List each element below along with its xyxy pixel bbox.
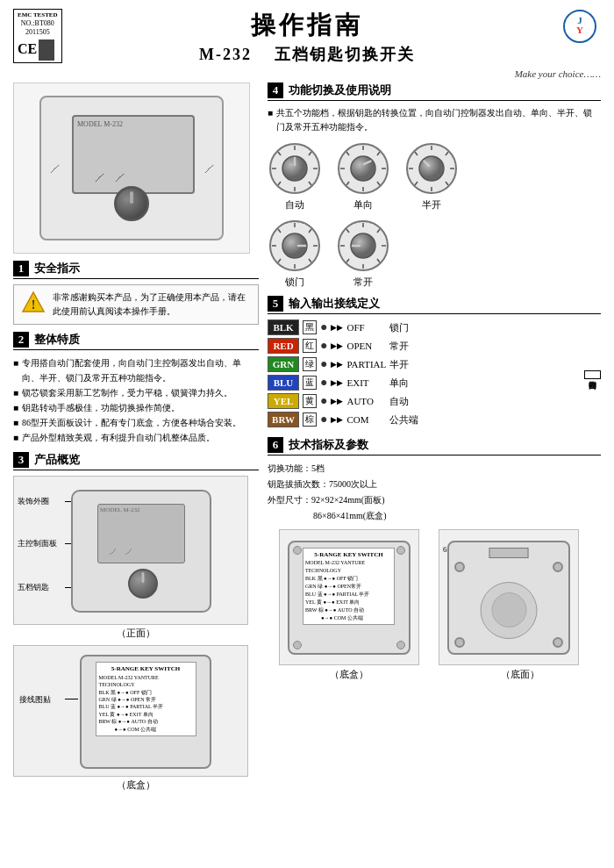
section4-title: 功能切换及使用说明 bbox=[289, 82, 391, 98]
section1-num: 1 bbox=[13, 261, 29, 276]
page: EMC TESTED NO.:BT080 2011505 CE J Y 操作指南… bbox=[0, 0, 614, 868]
screw2-tr bbox=[553, 562, 563, 572]
switch-single-icon bbox=[336, 141, 390, 196]
section3-header: 3 产品概览 bbox=[13, 452, 259, 470]
wire-grn: GRN 绿 ● ▶▶ PARTIAL 半开 bbox=[268, 356, 579, 372]
right-mark: ⟋ bbox=[201, 159, 217, 177]
feature-4: ■ 86型开关面板设计，配有专门底盒，方便各种场合安装。 bbox=[13, 415, 259, 430]
function-desc: ■ 共五个功能档，根据钥匙的转换位置，向自动门控制器发出自动、单向、半开、锁门及… bbox=[268, 106, 601, 134]
wire-grn-en: PARTIAL bbox=[346, 359, 386, 369]
product-name: 五档钥匙切换开关 bbox=[275, 46, 415, 63]
wiring-sticker: 5-RANGE KEY SWITCH MODEL M-232 YANTURE T… bbox=[96, 662, 196, 736]
emc-year: 2011505 bbox=[18, 28, 58, 37]
wire-brw-func: 公共端 bbox=[389, 413, 418, 427]
wire-red-cn: 红 bbox=[303, 339, 317, 353]
logo: J Y bbox=[559, 9, 601, 44]
label-main: 主控制面板 bbox=[18, 538, 57, 549]
wire-blk-code: BLK bbox=[268, 319, 299, 335]
svg-text:Y: Y bbox=[576, 25, 583, 35]
safety-text: 非常感谢购买本产品，为了正确使用本产品，请在此使用前认真阅读本操作手册。 bbox=[53, 291, 251, 319]
switch-halfopen: 半开 bbox=[404, 141, 459, 212]
wire-grn-func: 半开 bbox=[389, 358, 409, 371]
wire-blk: BLK 黑 ● ▶▶ OFF 锁门 bbox=[268, 319, 579, 335]
wire-blu-func: 单向 bbox=[389, 377, 409, 390]
screen-marks: ⟋ ⟋ bbox=[91, 169, 127, 187]
screw2-bl bbox=[454, 637, 465, 648]
caption-back-left: （底盒） bbox=[13, 778, 259, 792]
screw-bl bbox=[293, 641, 302, 649]
section5-num: 5 bbox=[268, 296, 283, 312]
section5-title: 输入输出接线定义 bbox=[289, 296, 380, 312]
switch-open-icon bbox=[336, 219, 390, 273]
page-subtitle: M-232 五档钥匙切换开关 bbox=[13, 44, 601, 65]
model-number: M-232 bbox=[199, 46, 252, 63]
feature-3: ■ 钥匙转动手感极佳，功能切换操作简便。 bbox=[13, 400, 259, 415]
spec-3: 外型尺寸：92×92×24mm(面板) bbox=[268, 492, 601, 508]
product-image: MODEL M-232 ⟋ ⟋ ⟋ ⟋ bbox=[13, 82, 250, 254]
side-label: 去自动门控制器 bbox=[584, 370, 601, 379]
svg-point-25 bbox=[351, 156, 375, 181]
device-screen: MODEL M-232 ⟋ ⟋ bbox=[72, 115, 195, 194]
emc-no: NO.:BT080 bbox=[18, 19, 58, 28]
front-screen-marks: ⟋ ⟋ bbox=[107, 545, 135, 559]
bottom-diagrams: 5-RANGE KEY SWITCH MODEL M-232 YANTURE T… bbox=[268, 529, 601, 684]
screw-tr bbox=[396, 546, 405, 555]
front-screen-model: MODEL M-232 bbox=[98, 505, 184, 515]
main-knob bbox=[114, 186, 149, 221]
section1-title: 安全指示 bbox=[34, 261, 80, 276]
wire-red-func: 常开 bbox=[389, 340, 409, 353]
logo-icon: J Y bbox=[559, 9, 601, 44]
section6-title: 技术指标及参数 bbox=[289, 437, 368, 453]
section4-header: 4 功能切换及使用说明 bbox=[268, 82, 601, 101]
screw-br bbox=[396, 641, 405, 649]
section4-num: 4 bbox=[268, 82, 283, 98]
connector-port bbox=[489, 548, 529, 558]
switch-lock-icon bbox=[268, 219, 322, 273]
wire-blu-cn: 蓝 bbox=[303, 376, 317, 390]
section6-header: 6 技术指标及参数 bbox=[268, 437, 601, 456]
bottom-right-caption: （底面） bbox=[439, 665, 601, 684]
switch-single-label: 单向 bbox=[353, 198, 373, 212]
switch-lock: 锁门 bbox=[268, 219, 322, 289]
front-diagram: 装饰外圈 主控制面板 五档钥匙 MODEL M-232 ⟋ ⟋ bbox=[13, 476, 248, 625]
wire-brw: BRW 棕 ● ▶▶ COM 公共端 bbox=[268, 412, 579, 427]
section1-header: 1 安全指示 bbox=[13, 261, 259, 279]
switch-auto-icon bbox=[268, 141, 322, 196]
screw-tl bbox=[293, 546, 302, 555]
section2-title: 整体特质 bbox=[34, 332, 80, 348]
ce-plug-icon bbox=[39, 39, 54, 61]
wire-grn-code: GRN bbox=[268, 356, 299, 372]
switch-open: 常开 bbox=[336, 219, 390, 289]
spec-1: 切换功能：5档 bbox=[268, 461, 601, 477]
spec-4: 86×86×41mm(底盒) bbox=[268, 508, 601, 524]
tagline: Make your choice…… bbox=[13, 68, 601, 79]
front-screen: MODEL M-232 ⟋ ⟋ bbox=[97, 504, 185, 563]
wire-blu-en: EXIT bbox=[346, 377, 386, 388]
screen-text: MODEL M-232 bbox=[74, 117, 193, 132]
features-list: ■ 专用搭自动门配套使用，向自动门主控制器发出自动、单向、半开、锁门及常开五种功… bbox=[13, 355, 259, 445]
bottom-right-box: 6接线插座 bbox=[439, 529, 579, 665]
safety-box: ! 非常感谢购买本产品，为了正确使用本产品，请在此使用前认真阅读本操作手册。 bbox=[13, 284, 259, 325]
wire-brw-cn: 棕 bbox=[303, 412, 317, 427]
left-mark: ⟋ bbox=[46, 159, 62, 177]
emc-badge: EMC TESTED NO.:BT080 2011505 CE bbox=[13, 9, 62, 63]
section2-header: 2 整体特质 bbox=[13, 332, 259, 350]
wire-brw-en: COM bbox=[346, 414, 386, 425]
wire-blk-cn: 黑 bbox=[303, 320, 317, 334]
bottom-sticker: 5-RANGE KEY SWITCH MODEL M-232 YANTURE T… bbox=[303, 548, 395, 626]
section6-num: 6 bbox=[268, 437, 283, 453]
switch-auto: 自动 bbox=[268, 141, 322, 212]
wire-yel-code: YEL bbox=[268, 393, 299, 409]
wire-yel-func: 自动 bbox=[389, 395, 409, 408]
back-device-body: 5-RANGE KEY SWITCH MODEL M-232 YANTURE T… bbox=[80, 655, 211, 769]
section2-num: 2 bbox=[13, 332, 29, 348]
wire-blk-func: 锁门 bbox=[389, 321, 409, 334]
bottom-left-box: 5-RANGE KEY SWITCH MODEL M-232 YANTURE T… bbox=[279, 529, 419, 665]
center-inner bbox=[491, 592, 526, 628]
svg-point-36 bbox=[419, 156, 444, 181]
section3-num: 3 bbox=[13, 452, 29, 468]
bottom-right-device bbox=[447, 541, 570, 655]
side-label-container: 去自动门控制器 bbox=[584, 319, 601, 430]
device-body: MODEL M-232 ⟋ ⟋ ⟋ ⟋ bbox=[39, 96, 224, 240]
svg-text:!: ! bbox=[32, 298, 36, 312]
